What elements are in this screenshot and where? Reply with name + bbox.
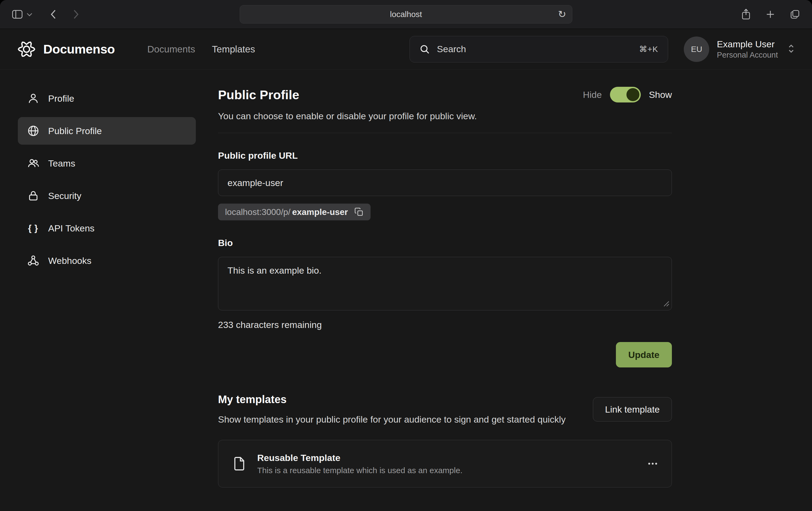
update-button[interactable]: Update	[616, 342, 672, 367]
brand-name: Documenso	[43, 42, 115, 57]
template-menu-icon[interactable]	[647, 458, 659, 470]
template-name: Reusable Template	[257, 453, 463, 463]
template-card[interactable]: Reusable Template This is a reusable tem…	[218, 440, 672, 487]
profile-url-copy-pill[interactable]: localhost:3000/p/example-user	[218, 204, 371, 220]
profile-url-prefix: localhost:3000/p/	[225, 207, 290, 217]
sidebar-item-api-tokens[interactable]: { } API Tokens	[18, 214, 196, 242]
main-layout: Profile Public Profile Teams Security	[0, 69, 812, 511]
back-icon[interactable]	[50, 9, 57, 20]
app-window: localhost ↻ Documenso Documents Tem	[0, 0, 812, 511]
webhook-icon	[27, 255, 39, 267]
url-field-label: Public profile URL	[218, 150, 672, 161]
new-tab-icon[interactable]	[765, 9, 775, 19]
search-input[interactable]	[437, 44, 632, 54]
address-bar[interactable]: localhost ↻	[240, 5, 572, 24]
globe-icon	[27, 125, 39, 137]
my-templates-title: My templates	[218, 393, 566, 405]
chevron-up-down-icon	[787, 43, 795, 55]
file-icon	[231, 456, 247, 472]
sidebar-toggle-icon[interactable]	[12, 10, 23, 19]
sidebar-item-label: Teams	[48, 158, 75, 169]
nav-documents[interactable]: Documents	[147, 44, 195, 55]
chevron-down-icon[interactable]	[27, 12, 32, 16]
braces-icon: { }	[27, 223, 39, 233]
brand[interactable]: Documenso	[17, 39, 115, 59]
tab-overview-icon[interactable]	[790, 9, 800, 20]
sidebar-item-label: Profile	[48, 93, 74, 104]
reload-icon[interactable]: ↻	[558, 9, 566, 19]
sidebar-item-label: API Tokens	[48, 223, 94, 234]
sidebar-item-teams[interactable]: Teams	[18, 150, 196, 177]
browser-toolbar: localhost ↻	[0, 0, 812, 29]
user-account-type: Personal Account	[717, 51, 778, 59]
page-subtitle: You can choose to enable or disable your…	[218, 110, 672, 122]
link-template-button[interactable]: Link template	[593, 397, 672, 421]
sidebar-item-security[interactable]: Security	[18, 182, 196, 210]
section-divider	[218, 133, 672, 133]
nav-templates[interactable]: Templates	[212, 44, 255, 55]
user-menu[interactable]: EU Example User Personal Account	[684, 36, 795, 62]
toggle-show-label: Show	[649, 90, 672, 100]
copy-icon	[354, 207, 364, 216]
profile-visibility-toggle[interactable]	[610, 87, 641, 102]
forward-icon[interactable]	[72, 9, 80, 20]
bio-textarea[interactable]: This is an example bio.	[218, 257, 672, 310]
share-icon[interactable]	[741, 8, 751, 20]
settings-sidebar: Profile Public Profile Teams Security	[0, 69, 218, 511]
my-templates-description: Show templates in your public profile fo…	[218, 413, 566, 426]
sidebar-item-label: Webhooks	[48, 256, 91, 266]
person-icon	[27, 92, 39, 104]
public-profile-content: Public Profile Hide Show You can choose …	[218, 69, 672, 511]
app-header: Documenso Documents Templates ⌘+K EU Exa…	[0, 29, 812, 69]
public-profile-url-input[interactable]	[218, 170, 672, 196]
search-shortcut: ⌘+K	[639, 44, 658, 54]
sidebar-item-label: Public Profile	[48, 126, 102, 136]
toggle-knob	[627, 88, 639, 101]
profile-url-slug: example-user	[292, 207, 348, 217]
characters-remaining: 233 characters remaining	[218, 320, 672, 330]
teams-icon	[27, 157, 39, 169]
search-bar[interactable]: ⌘+K	[409, 36, 668, 62]
address-bar-url: localhost	[390, 10, 422, 19]
profile-visibility-toggle-group: Hide Show	[583, 87, 672, 102]
avatar: EU	[684, 36, 709, 62]
toggle-hide-label: Hide	[583, 90, 602, 100]
sidebar-item-profile[interactable]: Profile	[18, 85, 196, 112]
sidebar-item-public-profile[interactable]: Public Profile	[18, 117, 196, 145]
page-title: Public Profile	[218, 87, 299, 102]
user-name: Example User	[717, 39, 778, 50]
search-icon	[419, 44, 430, 54]
documenso-logo-icon	[17, 39, 36, 59]
sidebar-item-webhooks[interactable]: Webhooks	[18, 247, 196, 274]
sidebar-item-label: Security	[48, 190, 81, 201]
bio-field-label: Bio	[218, 238, 672, 248]
top-nav: Documents Templates	[147, 44, 255, 55]
lock-icon	[27, 190, 39, 202]
template-description: This is a reusable template which is use…	[257, 466, 463, 475]
